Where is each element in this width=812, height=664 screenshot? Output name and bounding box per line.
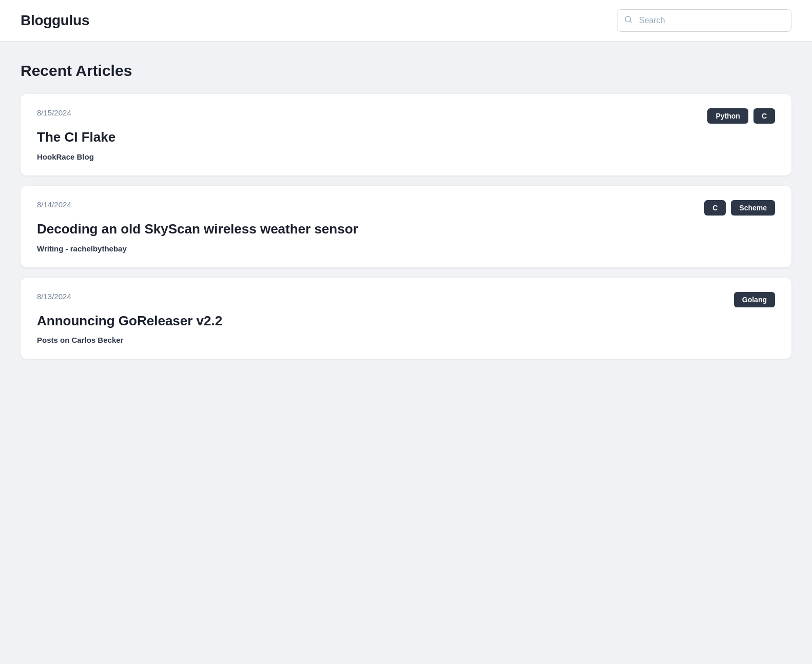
article-source: HookRace Blog bbox=[37, 152, 775, 161]
search-input[interactable] bbox=[617, 9, 791, 32]
article-title: Decoding an old SkyScan wireless weather… bbox=[37, 221, 775, 238]
card-top: 8/15/2024 PythonC bbox=[37, 108, 775, 124]
search-wrapper bbox=[617, 9, 791, 32]
article-title: Announcing GoReleaser v2.2 bbox=[37, 313, 775, 330]
article-card[interactable]: 8/14/2024 CScheme Decoding an old SkySca… bbox=[21, 186, 791, 267]
article-date: 8/13/2024 bbox=[37, 292, 71, 301]
article-tag[interactable]: C bbox=[753, 108, 775, 124]
article-date: 8/15/2024 bbox=[37, 108, 71, 117]
article-source: Posts on Carlos Becker bbox=[37, 336, 775, 344]
card-top: 8/14/2024 CScheme bbox=[37, 200, 775, 216]
main-content: Recent Articles 8/15/2024 PythonC The CI… bbox=[0, 42, 812, 379]
card-top: 8/13/2024 Golang bbox=[37, 292, 775, 307]
tags-list: PythonC bbox=[707, 108, 775, 124]
article-source: Writing - rachelbythebay bbox=[37, 244, 775, 253]
article-tag[interactable]: Golang bbox=[734, 292, 775, 307]
article-tag[interactable]: C bbox=[704, 200, 726, 216]
section-title: Recent Articles bbox=[21, 62, 791, 80]
site-title: Bloggulus bbox=[21, 12, 89, 29]
tags-list: Golang bbox=[734, 292, 775, 307]
article-title: The CI Flake bbox=[37, 129, 775, 146]
article-card[interactable]: 8/15/2024 PythonC The CI Flake HookRace … bbox=[21, 94, 791, 175]
article-tag[interactable]: Scheme bbox=[731, 200, 775, 216]
tags-list: CScheme bbox=[704, 200, 775, 216]
article-date: 8/14/2024 bbox=[37, 200, 71, 209]
articles-list: 8/15/2024 PythonC The CI Flake HookRace … bbox=[21, 94, 791, 359]
site-header: Bloggulus bbox=[0, 0, 812, 42]
article-tag[interactable]: Python bbox=[707, 108, 748, 124]
article-card[interactable]: 8/13/2024 Golang Announcing GoReleaser v… bbox=[21, 278, 791, 359]
